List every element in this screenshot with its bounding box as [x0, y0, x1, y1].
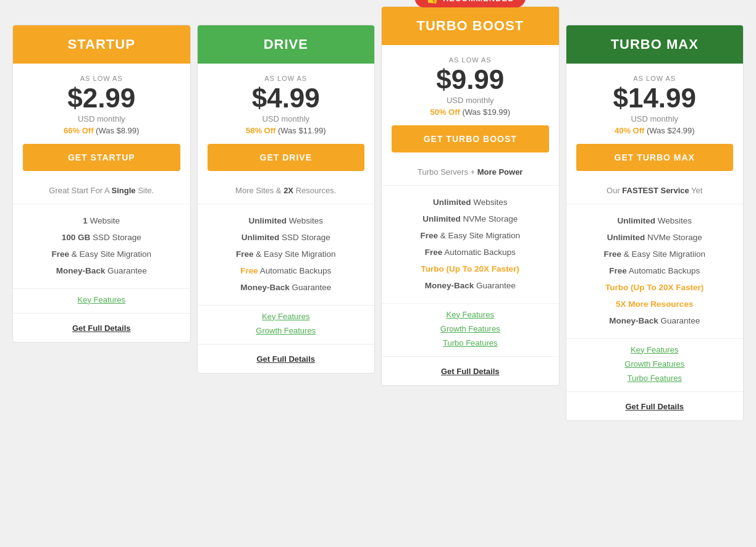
feature-links: Key Features [13, 289, 190, 314]
plan-tagline: More Sites & 2X Resources. [198, 177, 375, 204]
feature-link-key-features[interactable]: Key Features [392, 310, 549, 319]
feature-item: Unlimited Websites [208, 215, 365, 227]
cta-button-startup[interactable]: GET STARTUP [23, 144, 180, 171]
feature-item: Turbo (Up To 20X Faster) [392, 264, 549, 275]
cta-button-turbo-max[interactable]: GET TURBO MAX [576, 144, 734, 171]
feature-item: Money-Back Guarantee [392, 280, 549, 292]
feature-item: Free Automatic Backups [576, 265, 734, 277]
plan-price: $14.99 [576, 83, 734, 113]
discount-pct: 58% Off [246, 126, 275, 135]
feature-item: Unlimited SSD Storage [208, 232, 365, 244]
feature-item: Money-Back Guarantee [208, 282, 365, 294]
full-details-link[interactable]: Get Full Details [72, 324, 131, 333]
feature-item: Money-Back Guarantee [576, 315, 734, 327]
plan-title: TURBO MAX [573, 36, 737, 52]
feature-item: Turbo (Up To 20X Faster) [576, 282, 734, 294]
plan-title: DRIVE [204, 36, 369, 52]
full-details-link[interactable]: Get Full Details [625, 402, 684, 411]
feature-item: 5X More Resources [576, 299, 734, 311]
plan-tagline: Our FASTEST Service Yet [566, 177, 744, 204]
discount-line: 58% Off (Was $11.99) [208, 126, 365, 135]
plan-title: TURBO BOOST [388, 18, 553, 34]
usd-monthly-label: USD monthly [208, 114, 365, 123]
as-low-as-label: AS LOW AS [23, 75, 180, 82]
as-low-as-label: AS LOW AS [576, 75, 734, 82]
plan-card-turbo-max: TURBO MAX AS LOW AS $14.99 USD monthly 4… [566, 25, 744, 421]
full-details-link[interactable]: Get Full Details [256, 354, 315, 364]
recommended-text: RECOMMENDED [443, 0, 514, 3]
plan-footer: Get Full Details [13, 314, 190, 342]
feature-link-key-features[interactable]: Key Features [208, 312, 365, 321]
plan-price: $2.99 [23, 83, 180, 113]
plan-card-turbo-boost: 👍 RECOMMENDED TURBO BOOST AS LOW AS $9.9… [381, 6, 560, 386]
plan-features: Unlimited Websites Unlimited NVMe Storag… [566, 204, 744, 338]
feature-item: Free & Easy Site Migration [23, 249, 180, 261]
feature-link-growth-features[interactable]: Growth Features [208, 326, 365, 335]
plan-tagline: Great Start For A Single Site. [13, 177, 190, 204]
plans-container: STARTUP AS LOW AS $2.99 USD monthly 66% … [12, 25, 744, 421]
discount-pct: 40% Off [615, 126, 644, 135]
discount-pct: 66% Off [64, 126, 93, 135]
plan-price: $4.99 [208, 83, 365, 113]
cta-button-drive[interactable]: GET DRIVE [208, 144, 365, 171]
discount-pct: 50% Off [430, 107, 460, 117]
plan-features: Unlimited Websites Unlimited SSD Storage… [198, 204, 375, 305]
plan-card-startup: STARTUP AS LOW AS $2.99 USD monthly 66% … [12, 25, 191, 343]
plan-header-turbo-max: TURBO MAX [566, 25, 744, 64]
plan-tagline: Turbo Servers + More Power [382, 159, 559, 186]
plan-title: STARTUP [19, 36, 184, 52]
cta-button-turbo-boost[interactable]: GET TURBO BOOST [392, 125, 549, 152]
was-price: (Was $11.99) [278, 126, 326, 135]
usd-monthly-label: USD monthly [392, 96, 549, 105]
was-price: (Was $24.99) [647, 126, 695, 135]
was-price: (Was $19.99) [462, 107, 510, 117]
plan-footer: Get Full Details [198, 344, 375, 373]
plan-footer: Get Full Details [382, 357, 559, 385]
feature-links: Key Features Growth Features Turbo Featu… [566, 339, 744, 392]
feature-link-growth-features[interactable]: Growth Features [576, 359, 734, 369]
usd-monthly-label: USD monthly [23, 114, 180, 123]
as-low-as-label: AS LOW AS [208, 75, 365, 82]
discount-line: 66% Off (Was $8.99) [23, 126, 180, 135]
recommended-badge: 👍 RECOMMENDED [415, 0, 526, 7]
feature-item: Free Automatic Backups [208, 265, 365, 277]
plan-body: AS LOW AS $14.99 USD monthly 40% Off (Wa… [566, 64, 744, 177]
feature-item: Unlimited NVMe Storage [392, 214, 549, 225]
plan-header-turbo-boost: TURBO BOOST [382, 7, 559, 45]
feature-link-key-features[interactable]: Key Features [576, 345, 734, 354]
as-low-as-label: AS LOW AS [392, 56, 549, 64]
plan-body: AS LOW AS $9.99 USD monthly 50% Off (Was… [382, 45, 559, 159]
plan-card-drive: DRIVE AS LOW AS $4.99 USD monthly 58% Of… [197, 25, 376, 374]
feature-item: Free & Easy Site Migratiion [576, 249, 734, 261]
discount-line: 40% Off (Was $24.99) [576, 126, 734, 135]
plan-features: 1 Website 100 GB SSD Storage Free & Easy… [13, 204, 190, 289]
feature-item: Free & Easy Site Migration [208, 249, 365, 261]
feature-item: 1 Website [23, 215, 180, 227]
feature-link-growth-features[interactable]: Growth Features [392, 324, 549, 333]
plan-features: Unlimited Websites Unlimited NVMe Storag… [382, 186, 559, 303]
usd-monthly-label: USD monthly [576, 114, 734, 123]
feature-links: Key Features Growth Features [198, 306, 375, 344]
feature-link-key-features[interactable]: Key Features [23, 295, 180, 304]
feature-item: Free Automatic Backups [392, 247, 549, 259]
plan-header-drive: DRIVE [198, 25, 375, 64]
feature-item: Unlimited NVMe Storage [576, 232, 734, 244]
thumbs-up-icon: 👍 [426, 0, 439, 4]
discount-line: 50% Off (Was $19.99) [392, 107, 549, 117]
full-details-link[interactable]: Get Full Details [441, 367, 500, 376]
feature-links: Key Features Growth Features Turbo Featu… [382, 304, 559, 357]
feature-item: 100 GB SSD Storage [23, 232, 180, 244]
plan-price: $9.99 [392, 65, 549, 94]
feature-item: Free & Easy Site Migration [392, 230, 549, 242]
was-price: (Was $8.99) [96, 126, 139, 135]
plan-footer: Get Full Details [566, 392, 744, 420]
plan-header-startup: STARTUP [13, 25, 190, 64]
plan-body: AS LOW AS $2.99 USD monthly 66% Off (Was… [13, 64, 190, 177]
feature-item: Money-Back Guarantee [23, 265, 180, 277]
feature-item: Unlimited Websites [392, 197, 549, 209]
feature-link-turbo-features[interactable]: Turbo Features [392, 338, 549, 348]
plan-body: AS LOW AS $4.99 USD monthly 58% Off (Was… [198, 64, 375, 177]
feature-item: Unlimited Websites [576, 215, 734, 227]
feature-link-turbo-features[interactable]: Turbo Features [576, 374, 734, 383]
